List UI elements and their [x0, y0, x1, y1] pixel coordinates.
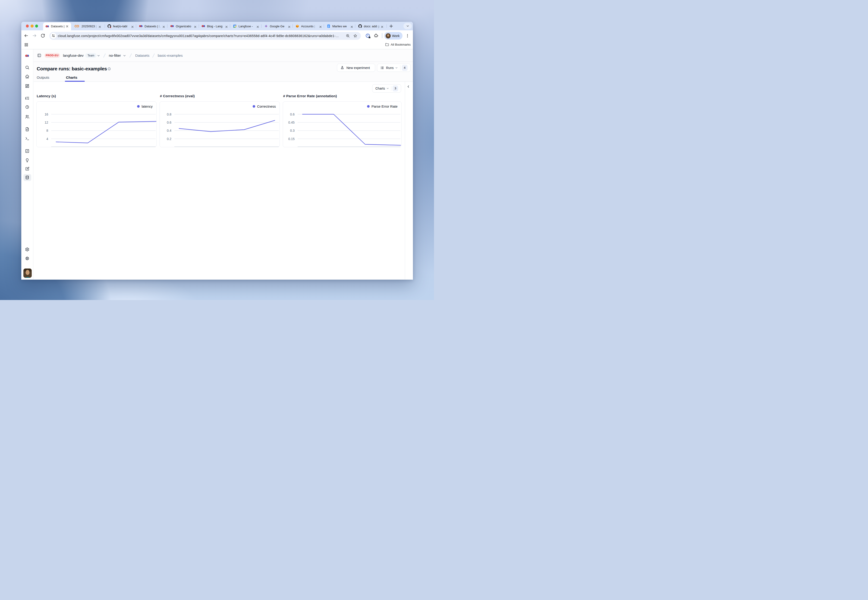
svg-text:0.15: 0.15	[288, 137, 294, 141]
svg-text:0.6: 0.6	[167, 121, 171, 124]
svg-text:0.8: 0.8	[167, 112, 171, 116]
svg-text:16: 16	[44, 112, 48, 116]
svg-text:12: 12	[44, 121, 48, 124]
svg-text:0.6: 0.6	[290, 112, 295, 116]
svg-text:8: 8	[46, 129, 48, 132]
svg-text:0.2: 0.2	[167, 137, 171, 141]
svg-text:0.45: 0.45	[288, 121, 294, 124]
svg-text:0.3: 0.3	[290, 129, 295, 132]
svg-text:0.4: 0.4	[167, 129, 171, 132]
svg-text:4: 4	[46, 137, 48, 141]
